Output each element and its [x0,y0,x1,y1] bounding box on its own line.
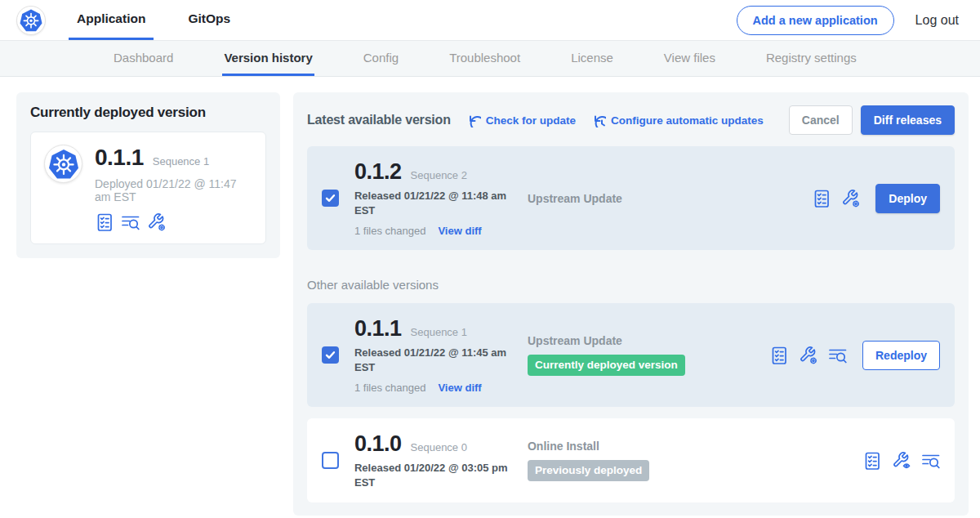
preflight-checks-icon[interactable] [95,212,114,231]
version-row-0-1-2: 0.1.2 Sequence 2 Released 01/21/22 @ 11:… [307,146,955,250]
source-label: Upstream Update [528,334,769,347]
version-row-0-1-1: 0.1.1 Sequence 1 Released 01/21/22 @ 11:… [307,303,955,407]
version-number: 0.1.1 [354,316,402,342]
version-info: 0.1.1 Sequence 1 Released 01/21/22 @ 11:… [354,316,528,394]
deploy-logs-icon[interactable] [921,451,940,470]
edit-config-icon[interactable] [147,212,166,231]
files-changed: 1 files changedView diff [354,382,528,394]
checkmark-icon [325,193,336,203]
version-number: 0.1.0 [354,431,402,457]
deployed-version-number: 0.1.1 [95,145,144,171]
sequence-label: Sequence 0 [411,441,467,453]
view-diff-link[interactable]: View diff [438,225,481,237]
top-nav: Application GitOps Add a new application… [0,0,980,41]
view-diff-link[interactable]: View diff [438,382,481,394]
deploy-button[interactable]: Deploy [875,184,940,213]
edit-config-icon[interactable] [841,189,860,208]
preflight-checks-icon[interactable] [812,189,831,208]
subnav-tab-registry-settings[interactable]: Registry settings [764,41,858,76]
check-for-update-label: Check for update [486,114,576,127]
deploy-logs-icon[interactable] [121,212,140,231]
files-changed: 1 files changedView diff [354,225,528,237]
cancel-button[interactable]: Cancel [789,105,853,135]
version-info: 0.1.0 Sequence 0 Released 01/20/22 @ 03:… [354,431,528,489]
preflight-checks-icon[interactable] [862,451,881,470]
schedule-update-icon [592,114,606,127]
configure-automatic-updates-label: Configure automatic updates [611,114,764,127]
version-info: 0.1.2 Sequence 2 Released 01/21/22 @ 11:… [354,159,528,237]
subnav-tab-license[interactable]: License [569,41,615,76]
top-tabs: Application GitOps [69,0,238,40]
source-label: Upstream Update [528,192,769,205]
tab-application[interactable]: Application [69,0,154,40]
deployed-version-card: 0.1.1 Sequence 1 Deployed 01/21/22 @ 11:… [30,132,266,244]
refresh-icon [467,114,481,127]
previously-deployed-badge: Previously deployed [528,460,649,481]
released-timestamp: Released 01/21/22 @ 11:48 am EST [354,189,514,217]
check-for-update-link[interactable]: Check for update [467,114,576,127]
kubernetes-logo [16,6,46,35]
latest-available-title: Latest available version [307,113,451,127]
currently-deployed-card: Currently deployed version 0.1.1 Sequenc… [16,92,280,258]
version-number: 0.1.2 [354,159,402,185]
currently-deployed-badge: Currently deployed version [528,355,685,376]
released-timestamp: Released 01/21/22 @ 11:45 am EST [354,346,514,374]
diff-releases-button[interactable]: Diff releases [861,105,955,135]
deployed-version-info: 0.1.1 Sequence 1 Deployed 01/21/22 @ 11:… [95,145,252,231]
app-subnav: Dashboard Version history Config Trouble… [0,41,980,77]
version-history-page: Currently deployed version 0.1.1 Sequenc… [0,77,980,516]
source-label: Online Install [528,440,769,453]
released-timestamp: Released 01/20/22 @ 03:05 pm EST [354,461,514,489]
subnav-tab-view-files[interactable]: View files [662,41,717,76]
subnav-tab-config[interactable]: Config [362,41,400,76]
available-versions-panel: Latest available version Check for updat… [293,92,969,516]
redeploy-button[interactable]: Redeploy [862,341,940,370]
version-actions: Redeploy [769,341,940,370]
panel-header: Latest available version Check for updat… [307,105,955,135]
deploy-logs-icon[interactable] [828,346,847,364]
deployed-sequence-label: Sequence 1 [153,155,209,167]
version-checkbox[interactable] [322,190,339,207]
sequence-label: Sequence 1 [411,326,467,338]
preflight-checks-icon[interactable] [769,346,788,364]
checkmark-icon [325,350,336,360]
version-source: Upstream Update [528,192,769,205]
version-actions [862,451,940,470]
deployed-version-actions [95,212,252,231]
version-actions: Deploy [812,184,940,213]
tab-gitops[interactable]: GitOps [180,0,238,40]
edit-config-icon[interactable] [799,346,817,364]
logout-link[interactable]: Log out [915,13,959,28]
version-row-0-1-0: 0.1.0 Sequence 0 Released 01/20/22 @ 03:… [307,418,955,502]
top-nav-right: Add a new application Log out [737,0,959,40]
configure-automatic-updates-link[interactable]: Configure automatic updates [592,114,764,127]
add-new-application-button[interactable]: Add a new application [737,6,894,35]
files-changed-label: 1 files changed [354,382,425,394]
version-checkbox[interactable] [322,452,339,469]
kots-admin-console: Application GitOps Add a new application… [0,0,980,516]
view-config-icon[interactable] [892,451,911,470]
subnav-tab-version-history[interactable]: Version history [222,41,314,76]
version-source: Online Install Previously deployed [528,440,769,481]
currently-deployed-title: Currently deployed version [30,105,266,121]
subnav-tab-troubleshoot[interactable]: Troubleshoot [448,41,522,76]
sequence-label: Sequence 2 [411,169,467,181]
deployed-timestamp: Deployed 01/21/22 @ 11:47 am EST [95,177,252,203]
version-source: Upstream Update Currently deployed versi… [528,334,769,376]
application-icon [44,145,82,183]
files-changed-label: 1 files changed [354,225,425,237]
other-available-versions-title: Other available versions [307,278,955,292]
version-checkbox[interactable] [322,346,339,364]
subnav-tab-dashboard[interactable]: Dashboard [112,41,175,76]
